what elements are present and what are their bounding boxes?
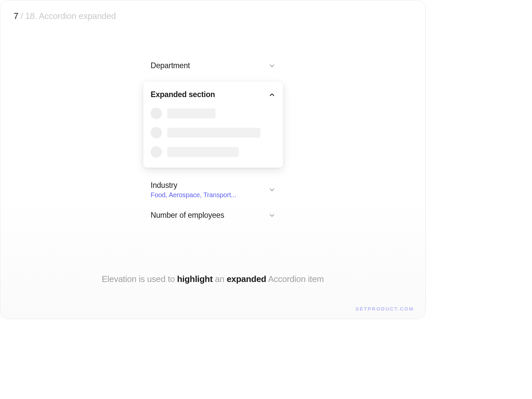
accordion-item-industry[interactable]: Industry Food, Aerospace, Transport... [143,175,283,205]
caption-text: an [213,274,227,284]
skeleton-content [151,108,276,158]
skeleton-avatar [151,146,162,158]
accordion: Department Expanded section [143,55,283,226]
chevron-up-icon [268,91,276,98]
skeleton-bar [167,108,215,118]
accordion-title: Number of employees [151,211,224,220]
skeleton-bar [167,128,260,138]
slide-frame: 7 / 18. Accordion expanded Department Ex… [0,0,426,319]
accordion-title: Industry [151,181,236,190]
accordion-header: Industry Food, Aerospace, Transport... [151,181,276,199]
accordion-subtitle: Food, Aerospace, Transport... [151,191,236,199]
accordion-item-employees[interactable]: Number of employees [143,205,283,226]
accordion-item-expanded[interactable]: Expanded section [143,81,283,168]
breadcrumb-current: 7 [14,11,18,21]
chevron-down-icon [268,62,276,69]
chevron-down-icon [268,212,276,219]
accordion-header: Number of employees [151,211,276,220]
skeleton-avatar [151,127,162,138]
accordion-header: Department [151,61,276,70]
skeleton-row [151,108,276,119]
accordion-item-department[interactable]: Department [143,55,283,76]
breadcrumb-title: 18. Accordion expanded [25,11,116,21]
caption-emphasis: highlight [177,274,212,284]
accordion-title: Department [151,61,190,70]
chevron-down-icon [268,186,276,194]
accordion-text-block: Industry Food, Aerospace, Transport... [151,181,236,199]
caption-emphasis: expanded [227,274,266,284]
skeleton-row [151,127,276,138]
caption-text: Elevation is used to [102,274,177,284]
accordion-header: Expanded section [151,90,276,99]
skeleton-bar [167,147,239,157]
caption-text: Accordion item [266,274,324,284]
watermark: SETPRODUCT.COM [355,306,414,312]
breadcrumb-separator: / [18,11,25,21]
slide-caption: Elevation is used to highlight an expand… [0,274,425,284]
skeleton-row [151,146,276,158]
accordion-title: Expanded section [151,90,215,99]
breadcrumb: 7 / 18. Accordion expanded [14,11,116,21]
skeleton-avatar [151,108,162,119]
